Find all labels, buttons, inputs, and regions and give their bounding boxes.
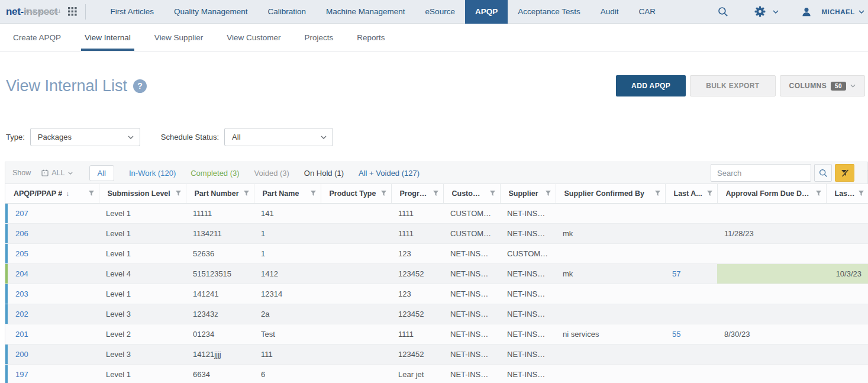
apqp-number-link[interactable]: 201: [15, 330, 28, 339]
cell-approval_form_due_date: [717, 243, 826, 263]
column-header-product-type[interactable]: Product Type: [321, 184, 391, 203]
title-row: View Internal List ? ADD APQP BULK EXPOR…: [0, 74, 868, 98]
column-filter-funnel-icon[interactable]: [707, 191, 712, 196]
column-header-last-appro[interactable]: Last Appro: [826, 184, 868, 203]
top-nav-item-calibration[interactable]: Calibration: [257, 0, 316, 24]
column-header-submission-level[interactable]: Submission Level: [99, 184, 186, 203]
status-tab-all[interactable]: All: [89, 165, 114, 181]
apqp-number-link[interactable]: 207: [15, 209, 28, 218]
column-header-part-number[interactable]: Part Number: [186, 184, 254, 203]
clear-filter-button[interactable]: [835, 164, 854, 182]
chevron-down-icon[interactable]: [772, 10, 785, 14]
add-apqp-button[interactable]: ADD APQP: [616, 75, 686, 96]
column-header-part-name[interactable]: Part Name: [254, 184, 321, 203]
column-label: Part Name: [263, 189, 299, 198]
columns-button[interactable]: COLUMNS 50: [780, 75, 865, 96]
row-status-bar: [5, 284, 8, 304]
sub-nav-item-projects[interactable]: Projects: [292, 24, 345, 51]
column-header-supplier-confirmed-by[interactable]: Supplier Confirmed By: [556, 184, 665, 203]
top-nav-item-acceptance-tests[interactable]: Acceptance Tests: [508, 0, 591, 24]
top-nav-items: First ArticlesQuality ManagementCalibrat…: [100, 0, 666, 24]
column-header-customer[interactable]: Customer: [443, 184, 500, 203]
user-name[interactable]: MICHAEL: [821, 8, 855, 15]
column-filter-funnel-icon[interactable]: [176, 191, 181, 196]
page-title: View Internal List: [6, 77, 127, 95]
cell-approval_form_due_date: [717, 203, 826, 223]
app-grid-icon[interactable]: [68, 7, 77, 16]
gear-icon[interactable]: [748, 6, 772, 17]
bulk-export-button[interactable]: BULK EXPORT: [690, 75, 775, 96]
search-icon[interactable]: [712, 7, 734, 17]
date-range-dropdown[interactable]: ALL: [41, 169, 72, 177]
column-filter-funnel-icon[interactable]: [433, 191, 438, 196]
cell-apqp: 207: [5, 203, 99, 223]
table-row-apqp-206: 206Level 1113421111111CUSTOMER ...NET-IN…: [5, 223, 868, 243]
column-filter-funnel-icon[interactable]: [546, 191, 551, 196]
sub-nav-item-create-apqp[interactable]: Create APQP: [1, 24, 73, 51]
chevron-down-icon: [68, 172, 73, 175]
column-filter-funnel-icon[interactable]: [244, 191, 249, 196]
column-filter-funnel-icon[interactable]: [381, 191, 386, 196]
row-status-bar: [5, 365, 8, 383]
column-filter-funnel-icon[interactable]: [490, 191, 495, 196]
apqp-number-link[interactable]: 197: [15, 370, 28, 379]
sub-nav-item-reports[interactable]: Reports: [345, 24, 396, 51]
top-nav-item-car[interactable]: CAR: [629, 0, 666, 24]
top-nav-item-first-articles[interactable]: First Articles: [100, 0, 164, 24]
top-nav-item-quality-management[interactable]: Quality Management: [164, 0, 258, 24]
cell-last_a: [665, 284, 717, 304]
column-filter-funnel-icon[interactable]: [859, 191, 864, 196]
row-status-bar: [5, 244, 8, 263]
sub-nav-item-view-supplier[interactable]: View Supplier: [143, 24, 215, 51]
apqp-number-link[interactable]: 204: [15, 269, 28, 278]
status-tab-completed-3[interactable]: Completed (3): [191, 169, 239, 178]
schedule-status-select[interactable]: All: [224, 128, 333, 146]
sub-nav-item-view-internal[interactable]: View Internal: [73, 24, 143, 51]
status-tab-all-voided-127[interactable]: All + Voided (127): [359, 169, 420, 178]
apqp-number-link[interactable]: 205: [15, 249, 28, 258]
last-approval-link[interactable]: 55: [672, 330, 680, 339]
status-tab-in-work-120[interactable]: In-Work (120): [129, 169, 176, 178]
search-input[interactable]: [711, 164, 811, 182]
top-nav-item-audit[interactable]: Audit: [591, 0, 629, 24]
table-toolbar: Show ALL AllIn-Work (120)Completed (3)Vo…: [5, 162, 867, 184]
cell-program: 1111: [391, 203, 443, 223]
column-header-last-a[interactable]: Last A...: [665, 184, 717, 203]
column-header-apqp-ppap[interactable]: APQP/PPAP #↓: [5, 184, 99, 203]
cell-last_a: [665, 223, 717, 243]
user-icon[interactable]: [795, 7, 818, 17]
cell-customer: CUSTOMER ...: [443, 203, 500, 223]
column-filter-funnel-icon[interactable]: [311, 191, 316, 196]
column-header-supplier[interactable]: Supplier: [500, 184, 556, 203]
cell-submission_level: Level 1: [99, 364, 186, 383]
help-icon[interactable]: ?: [133, 79, 147, 93]
apqp-number-link[interactable]: 206: [15, 229, 28, 238]
column-filter-funnel-icon[interactable]: [89, 191, 94, 196]
cell-customer: NET-INSPEC...: [443, 243, 500, 263]
logo[interactable]: net-inspect: [0, 6, 62, 18]
row-status-bar: [5, 204, 8, 223]
column-header-program[interactable]: Program: [391, 184, 443, 203]
column-filter-funnel-icon[interactable]: [655, 191, 660, 196]
apqp-number-link[interactable]: 203: [15, 289, 28, 298]
table-row-apqp-207: 207Level 1111111411111CUSTOMER ...NET-IN…: [5, 203, 868, 223]
cell-approval_form_due_date: [717, 304, 826, 324]
type-select[interactable]: Packages: [30, 128, 140, 146]
column-header-approval-form-due-date[interactable]: Approval Form Due Date: [717, 184, 826, 203]
top-nav-item-esource[interactable]: eSource: [415, 0, 465, 24]
column-label: Submission Level: [108, 189, 170, 198]
search-button[interactable]: [814, 164, 832, 182]
apqp-number-link[interactable]: 200: [15, 350, 28, 359]
cell-part_number: 6634: [186, 364, 254, 383]
sub-nav-item-view-customer[interactable]: View Customer: [215, 24, 292, 51]
table-row-apqp-205: 205Level 1526361123NET-INSPEC...CUSTOMER…: [5, 243, 868, 263]
top-nav-item-machine-management[interactable]: Machine Management: [316, 0, 415, 24]
chevron-down-icon[interactable]: [857, 10, 866, 14]
apqp-number-link[interactable]: 202: [15, 310, 28, 318]
last-approval-link[interactable]: 57: [672, 269, 680, 278]
columns-button-label: COLUMNS: [789, 82, 827, 90]
top-nav-item-apqp[interactable]: APQP: [465, 0, 508, 24]
column-filter-funnel-icon[interactable]: [816, 191, 821, 196]
status-tab-voided-3[interactable]: Voided (3): [254, 169, 289, 178]
status-tab-on-hold-1[interactable]: On Hold (1): [304, 169, 344, 178]
